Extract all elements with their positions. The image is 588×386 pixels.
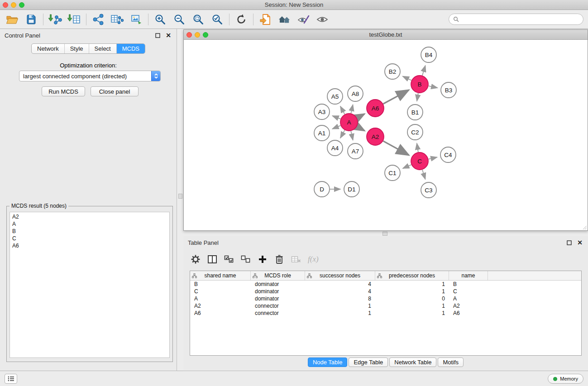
- import-table-button[interactable]: [65, 11, 84, 28]
- table-row[interactable]: Adominator80A: [190, 295, 581, 302]
- table-row[interactable]: A6connector11A6: [190, 310, 581, 317]
- column-header-name[interactable]: name: [449, 271, 488, 280]
- network-graph[interactable]: B4B2BB3A8A5A6A3B1AA1C2A2A4A7C4CC1C3DD1: [184, 40, 588, 230]
- column-header-shared-name[interactable]: shared name: [190, 271, 251, 280]
- graph-node-label: C: [417, 158, 422, 165]
- zoom-fit-button[interactable]: [189, 11, 208, 28]
- task-history-button[interactable]: [5, 374, 17, 384]
- table-row[interactable]: Bdominator41B: [190, 281, 581, 288]
- table-cell: 1: [375, 303, 449, 309]
- graph-edge[interactable]: [403, 76, 411, 81]
- annotation-button[interactable]: [256, 11, 275, 28]
- graph-node-label: B1: [411, 109, 419, 116]
- column-header-successor-nodes[interactable]: successor nodes: [305, 271, 375, 280]
- graph-edge[interactable]: [429, 86, 438, 88]
- import-network-button[interactable]: [46, 11, 65, 28]
- tab-node-table[interactable]: Node Table: [308, 357, 348, 367]
- search-input[interactable]: [462, 16, 579, 23]
- zoom-selected-button[interactable]: [208, 11, 227, 28]
- table-row[interactable]: A2connector11A2: [190, 302, 581, 310]
- graph-edge[interactable]: [332, 125, 340, 129]
- graph-edge[interactable]: [383, 90, 409, 104]
- open-session-button[interactable]: [3, 11, 22, 28]
- graph-edge[interactable]: [340, 106, 345, 114]
- horizontal-splitter-handle[interactable]: [382, 232, 387, 236]
- zoom-network-window-button[interactable]: [203, 32, 208, 38]
- save-session-button[interactable]: [22, 11, 41, 28]
- graph-edge[interactable]: [357, 114, 365, 118]
- add-column-button[interactable]: [258, 253, 268, 265]
- show-columns-button[interactable]: [207, 253, 217, 265]
- tab-motifs[interactable]: Motifs: [438, 357, 464, 367]
- float-panel-button[interactable]: [154, 32, 161, 39]
- list-item[interactable]: B: [10, 228, 169, 235]
- select-all-button[interactable]: [224, 253, 234, 265]
- tab-edge-table[interactable]: Edge Table: [349, 357, 388, 367]
- memory-button[interactable]: Memory: [548, 374, 583, 384]
- graph-edge[interactable]: [351, 131, 353, 140]
- function-builder-button[interactable]: f(x): [308, 253, 319, 265]
- table-row[interactable]: Cdominator41C: [190, 288, 581, 295]
- tab-network-table[interactable]: Network Table: [389, 357, 436, 367]
- graph-edge[interactable]: [351, 105, 353, 113]
- tab-network[interactable]: Network: [32, 44, 65, 53]
- run-mcds-button[interactable]: Run MCDS: [42, 86, 85, 96]
- list-item[interactable]: C: [10, 235, 169, 242]
- eye-icon: [316, 14, 329, 24]
- graph-edge[interactable]: [340, 130, 345, 138]
- graph-edge[interactable]: [429, 157, 437, 159]
- new-network-button[interactable]: [89, 11, 108, 28]
- graph-edge[interactable]: [417, 143, 418, 152]
- network-canvas[interactable]: B4B2BB3A8A5A6A3B1AA1C2A2A4A7C4CC1C3DD1: [184, 40, 588, 230]
- list-item[interactable]: A6: [10, 242, 169, 249]
- graph-edge[interactable]: [383, 141, 409, 155]
- delete-table-button[interactable]: [291, 253, 301, 265]
- toolbar-search[interactable]: [449, 14, 583, 25]
- toolbar-separator: [229, 14, 229, 25]
- close-icon: ✕: [577, 239, 583, 246]
- vertical-splitter-handle[interactable]: [178, 194, 182, 199]
- unselect-all-button[interactable]: [241, 253, 251, 265]
- graph-edge[interactable]: [403, 165, 411, 168]
- list-item[interactable]: A2: [10, 213, 169, 220]
- close-panel-action-button[interactable]: Close panel: [91, 86, 139, 96]
- table-cell: A6: [449, 310, 488, 316]
- graph-edge[interactable]: [422, 66, 425, 76]
- network-window-title: testGlobe.txt: [184, 30, 588, 39]
- folder-open-icon: [6, 14, 19, 25]
- apply-layout-button[interactable]: [232, 11, 251, 28]
- hide-graphics-details-button[interactable]: [313, 11, 332, 28]
- float-table-panel-button[interactable]: [565, 239, 573, 246]
- list-item[interactable]: A: [10, 220, 169, 228]
- delete-column-button[interactable]: [274, 253, 284, 265]
- resize-grip-icon[interactable]: [583, 225, 587, 230]
- minimize-network-window-button[interactable]: [195, 32, 200, 38]
- show-graphics-details-button[interactable]: [294, 11, 313, 28]
- table-cell: A: [190, 295, 251, 302]
- table-cell: B: [449, 281, 488, 287]
- graph-edge[interactable]: [422, 170, 425, 179]
- close-table-panel-button[interactable]: ✕: [576, 239, 583, 246]
- table-settings-button[interactable]: [191, 253, 201, 265]
- graph-edge[interactable]: [357, 127, 365, 131]
- graph-node-label: A1: [318, 130, 326, 137]
- close-network-window-button[interactable]: [186, 32, 192, 38]
- graph-node-label: A6: [372, 105, 379, 112]
- criterion-select[interactable]: largest connected component (directed): [19, 71, 161, 81]
- tab-mcds[interactable]: MCDS: [117, 44, 145, 53]
- toolbar-separator: [86, 14, 86, 25]
- zoom-in-button[interactable]: [151, 11, 170, 28]
- table-cell: A2: [190, 303, 251, 309]
- column-header-predecessor-nodes[interactable]: predecessor nodes: [375, 271, 449, 280]
- plus-icon: [258, 255, 267, 264]
- export-image-button[interactable]: [127, 11, 146, 28]
- graph-edge[interactable]: [332, 116, 340, 119]
- tab-select[interactable]: Select: [89, 44, 117, 53]
- tab-style[interactable]: Style: [65, 44, 89, 53]
- zoom-out-button[interactable]: [170, 11, 189, 28]
- close-panel-button[interactable]: ✕: [165, 32, 172, 39]
- graph-edge[interactable]: [417, 93, 418, 101]
- column-header-mcds-role[interactable]: MCDS role: [251, 271, 305, 280]
- first-neighbors-button[interactable]: [275, 11, 294, 28]
- network-from-table-button[interactable]: [108, 11, 127, 28]
